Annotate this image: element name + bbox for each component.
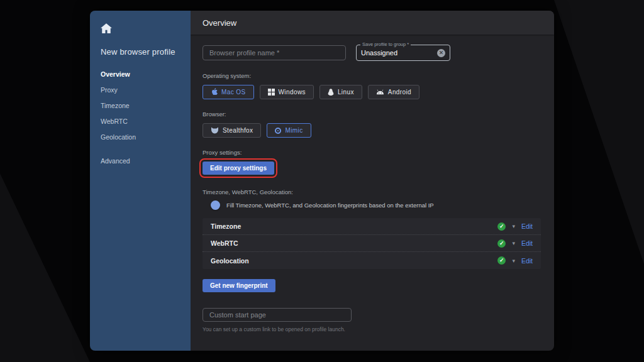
linux-icon bbox=[328, 89, 334, 96]
start-page-section: You can set up a custom link to be opene… bbox=[203, 308, 542, 332]
os-options: Mac OS Windows bbox=[203, 85, 542, 99]
windows-icon bbox=[268, 89, 275, 96]
browser-option-mimic[interactable]: Mimic bbox=[267, 123, 311, 138]
toggle-knob bbox=[211, 200, 220, 210]
os-option-label: Windows bbox=[279, 89, 306, 96]
group-select-label: Save profile to group * bbox=[360, 41, 411, 47]
sidebar-item-timezone[interactable]: Timezone bbox=[101, 102, 191, 109]
fingerprint-row-webrtc: WebRTC ✓ ▾ Edit bbox=[203, 235, 541, 252]
edit-proxy-settings-button[interactable]: Edit proxy settings bbox=[203, 162, 274, 175]
row-actions: ✓ ▾ Edit bbox=[497, 239, 533, 248]
app-window: New browser profile Overview Proxy Timez… bbox=[90, 11, 554, 351]
sidebar: New browser profile Overview Proxy Timez… bbox=[90, 11, 191, 351]
os-option-label: Mac OS bbox=[221, 89, 246, 96]
sidebar-item-overview[interactable]: Overview bbox=[101, 70, 191, 78]
proxy-button-wrap: Edit proxy settings bbox=[203, 162, 274, 175]
get-new-fingerprint-button[interactable]: Get new fingerprint bbox=[203, 279, 275, 292]
fingerprint-panel: Timezone ✓ ▾ Edit WebRTC ✓ ▾ Edit bbox=[203, 218, 541, 269]
android-icon bbox=[376, 89, 384, 95]
fingerprint-label: Timezone, WebRTC, Geolocation: bbox=[203, 189, 542, 195]
fingerprint-toggle-text: Fill Timezone, WebRTC, and Geolocation f… bbox=[226, 202, 434, 209]
group-select[interactable]: Save profile to group * Unassigned ✕ bbox=[356, 45, 450, 61]
check-circle-icon: ✓ bbox=[497, 256, 506, 265]
content-header: Overview bbox=[191, 11, 554, 35]
edit-link-webrtc[interactable]: Edit bbox=[521, 239, 533, 247]
sidebar-nav: Overview Proxy Timezone WebRTC Geolocati… bbox=[101, 70, 191, 141]
profile-name-input[interactable] bbox=[203, 45, 346, 60]
row-label: Geolocation bbox=[211, 257, 249, 265]
os-option-label: Linux bbox=[338, 89, 354, 96]
os-option-windows[interactable]: Windows bbox=[260, 85, 314, 99]
row-actions: ✓ ▾ Edit bbox=[497, 222, 533, 231]
row-label: Timezone bbox=[211, 222, 241, 230]
sidebar-item-webrtc[interactable]: WebRTC bbox=[101, 118, 191, 125]
fingerprint-row-timezone: Timezone ✓ ▾ Edit bbox=[203, 218, 541, 235]
group-select-value: Unassigned bbox=[361, 49, 437, 57]
background-shape-top-right bbox=[554, 0, 644, 264]
content-body: Save profile to group * Unassigned ✕ Ope… bbox=[191, 35, 554, 351]
home-icon[interactable] bbox=[101, 23, 112, 33]
sidebar-item-geolocation[interactable]: Geolocation bbox=[101, 133, 191, 141]
stealthfox-icon bbox=[211, 127, 219, 134]
clear-icon[interactable]: ✕ bbox=[437, 49, 445, 57]
sidebar-item-advanced[interactable]: Advanced bbox=[101, 157, 191, 165]
page-title: New browser profile bbox=[101, 47, 191, 57]
browser-options: Stealthfox Mimic bbox=[203, 123, 542, 138]
sidebar-item-proxy[interactable]: Proxy bbox=[101, 86, 191, 94]
caret-down-icon[interactable]: ▾ bbox=[512, 223, 515, 229]
caret-down-icon[interactable]: ▾ bbox=[512, 240, 515, 246]
os-option-macos[interactable]: Mac OS bbox=[203, 85, 254, 99]
browser-label: Browser: bbox=[203, 111, 542, 118]
check-circle-icon: ✓ bbox=[497, 222, 506, 231]
fingerprint-toggle-row: Fill Timezone, WebRTC, and Geolocation f… bbox=[203, 201, 542, 209]
fingerprint-row-geolocation: Geolocation ✓ ▾ Edit bbox=[203, 252, 541, 269]
start-page-helper-text: You can set up a custom link to be opene… bbox=[203, 326, 542, 332]
main-content: Overview Save profile to group * Unassig… bbox=[191, 11, 554, 351]
apple-icon bbox=[211, 88, 218, 96]
mimic-icon bbox=[275, 128, 281, 134]
custom-start-page-input[interactable] bbox=[203, 308, 352, 322]
browser-option-stealthfox[interactable]: Stealthfox bbox=[203, 123, 261, 138]
proxy-label: Proxy settings: bbox=[203, 149, 542, 156]
row-label: WebRTC bbox=[211, 239, 238, 247]
background-shape-bottom-left bbox=[0, 173, 90, 362]
fingerprint-button-row: Get new fingerprint bbox=[203, 279, 542, 292]
os-label: Operating system: bbox=[203, 72, 542, 79]
browser-option-label: Stealthfox bbox=[223, 127, 253, 134]
header-title: Overview bbox=[203, 18, 236, 28]
os-option-linux[interactable]: Linux bbox=[319, 85, 362, 99]
fingerprint-toggle[interactable] bbox=[203, 201, 219, 209]
os-option-label: Android bbox=[388, 89, 411, 96]
check-circle-icon: ✓ bbox=[497, 239, 506, 248]
edit-link-timezone[interactable]: Edit bbox=[521, 222, 533, 230]
profile-name-row: Save profile to group * Unassigned ✕ bbox=[203, 45, 542, 61]
browser-option-label: Mimic bbox=[285, 127, 303, 134]
os-option-android[interactable]: Android bbox=[368, 85, 419, 99]
row-actions: ✓ ▾ Edit bbox=[497, 256, 533, 265]
caret-down-icon[interactable]: ▾ bbox=[512, 258, 515, 264]
edit-link-geolocation[interactable]: Edit bbox=[521, 257, 533, 265]
